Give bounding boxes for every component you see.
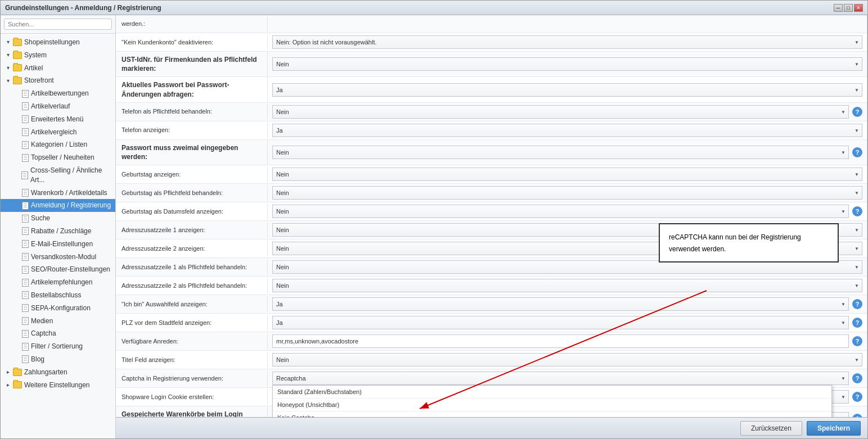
sidebar-item-anmeldung[interactable]: Anmeldung / Registrierung	[1, 199, 115, 212]
sidebar-label-artikelempfehlungen: Artikelempfehlungen	[31, 278, 92, 287]
select-captcha-registrierung[interactable]: Recaptcha	[272, 372, 849, 385]
sidebar-item-storefront[interactable]: ▾Storefront	[1, 74, 115, 87]
settings-label-warenkörbe: Gespeicherte Warenkörbe beim Login wiede…	[116, 406, 268, 417]
help-button-ich-bin[interactable]: ?	[852, 299, 862, 309]
select-wrapper-adresszusatz1-pflicht: Nein	[272, 260, 862, 274]
minimize-button[interactable]: ─	[834, 4, 843, 12]
window-title: Grundeinstellungen - Anmeldung / Registr…	[5, 4, 161, 12]
captcha-dropdown-list: Standard (Zahlen/Buchstaben)Honeypot (Un…	[272, 385, 832, 417]
sidebar-item-artikel[interactable]: ▾Artikel	[1, 62, 115, 75]
select-adresszusatz1-pflicht[interactable]: Nein	[272, 260, 862, 274]
sidebar-item-medien[interactable]: Medien	[1, 315, 115, 328]
select-passwort-zweimal[interactable]: Nein	[272, 146, 849, 159]
select-geburtstag-anzeigen[interactable]: Nein	[272, 168, 862, 181]
help-button-captcha-registrierung[interactable]: ?	[852, 373, 862, 383]
sidebar-item-erweitertes-menu[interactable]: Erweitertes Menü	[1, 113, 115, 126]
sidebar-label-shopeinstellungen: Shopeinstellungen	[24, 38, 80, 47]
search-input[interactable]	[4, 19, 112, 30]
sidebar-item-shopeinstellungen[interactable]: ▾Shopeinstellungen	[1, 36, 115, 49]
sidebar-label-medien: Medien	[31, 316, 53, 326]
select-wrapper-passwort-zweimal: Nein	[272, 146, 849, 159]
select-wrapper-plz: Ja	[272, 316, 849, 329]
sidebar-item-seo[interactable]: SEO/Router-Einstellungen	[1, 263, 115, 276]
select-wrapper-kein-kundenkonto: Nein: Option ist nicht vorausgewählt.	[272, 35, 862, 49]
sidebar-item-suche[interactable]: Suche	[1, 212, 115, 225]
sidebar-item-blog[interactable]: Blog	[1, 353, 115, 366]
settings-row-telefon-anzeigen: Telefon anzeigen:Ja	[116, 121, 867, 140]
settings-row-ich-bin: "Ich bin" Auswahlfeld anzeigen:Ja?	[116, 295, 867, 314]
select-wrapper-titel-feld: Nein	[272, 353, 862, 366]
close-button[interactable]: ✕	[854, 4, 863, 12]
sidebar-item-artikelverlauf[interactable]: Artikelverlauf	[1, 100, 115, 113]
sidebar-item-email[interactable]: E-Mail-Einstellungen	[1, 238, 115, 251]
help-button-login-cookie[interactable]: ?	[852, 392, 862, 402]
reset-button[interactable]: Zurücksetzen	[740, 421, 802, 436]
settings-label-adresszusatz2-pflicht: Adresszusatzzeile 2 als Pflichtfeld beha…	[116, 278, 268, 293]
settings-control-adresszusatz1: Nein	[268, 221, 867, 239]
dropdown-option-standard[interactable]: Standard (Zahlen/Buchstaben)	[273, 386, 831, 399]
select-adresszusatz2[interactable]: Nein	[272, 242, 862, 255]
maximize-button[interactable]: □	[844, 4, 853, 12]
settings-table: werden.:"Kein Kundenkonto" deaktivieren:…	[116, 15, 867, 417]
settings-row-geburtstag-pflichtfeld: Geburtstag als Pflichtfeld behandeln:Nei…	[116, 184, 867, 202]
select-adresszusatz2-pflicht[interactable]: Nein	[272, 279, 862, 292]
settings-control-adresszusatz1-pflicht: Nein	[268, 258, 867, 276]
sidebar-label-seo: SEO/Router-Einstellungen	[31, 265, 110, 274]
help-button-plz[interactable]: ?	[852, 318, 862, 328]
main-window: Grundeinstellungen - Anmeldung / Registr…	[0, 0, 868, 439]
sidebar-item-artikelbewertungen[interactable]: Artikelbewertungen	[1, 87, 115, 100]
dropdown-option-honeypot[interactable]: Honeypot (Unsichtbar)	[273, 399, 831, 411]
select-wrapper-geburtstag-anzeigen: Nein	[272, 168, 862, 181]
sidebar-item-bestellabschluss[interactable]: Bestellabschluss	[1, 289, 115, 302]
sidebar-label-weitere: Weitere Einstellungen	[24, 381, 90, 390]
settings-label-adresszusatz2: Adresszusatzzeile 2 anzeigen:	[116, 241, 268, 256]
settings-control-ich-bin: Ja?	[268, 295, 867, 313]
help-button-telefon-pflichtfeld[interactable]: ?	[852, 107, 862, 117]
select-geburtstag-pflichtfeld[interactable]: Nein	[272, 186, 862, 200]
sidebar-item-filter-sortierung[interactable]: Filter / Sortierung	[1, 340, 115, 353]
save-button[interactable]: Speichern	[807, 421, 861, 436]
sidebar-label-storefront: Storefront	[24, 76, 54, 85]
sidebar-item-versandkosten[interactable]: Versandkosten-Modul	[1, 251, 115, 264]
select-plz[interactable]: Ja	[272, 316, 849, 329]
sidebar-item-weitere[interactable]: ▸Weitere Einstellungen	[1, 379, 115, 392]
sidebar-item-system[interactable]: ▾System	[1, 49, 115, 62]
select-ust-idnr[interactable]: Nein	[272, 57, 862, 71]
settings-row-geburtstag-datumsfeld: Geburtstag als Datumsfeld anzeigen:Nein?	[116, 202, 867, 221]
sidebar-label-artikelverlauf: Artikelverlauf	[31, 102, 70, 111]
sidebar-item-rabatte[interactable]: Rabatte / Zuschläge	[1, 225, 115, 238]
select-kein-kundenkonto[interactable]: Nein: Option ist nicht vorausgewählt.	[272, 35, 862, 49]
footer: Zurücksetzen Speichern	[116, 417, 867, 438]
sidebar-item-artikelempfehlungen[interactable]: Artikelempfehlungen	[1, 276, 115, 289]
input-verfuegbare-anreden[interactable]	[272, 334, 849, 348]
select-telefon-pflichtfeld[interactable]: Nein	[272, 105, 849, 119]
select-titel-feld[interactable]: Nein	[272, 353, 862, 366]
sidebar-item-artikelvergleich[interactable]: Artikelvergleich	[1, 126, 115, 139]
help-button-geburtstag-datumsfeld[interactable]: ?	[852, 206, 862, 216]
sidebar-label-artikelbewertungen: Artikelbewertungen	[31, 89, 89, 98]
sidebar-item-kategorien-listen[interactable]: Kategorien / Listen	[1, 138, 115, 151]
select-telefon-anzeigen[interactable]: Ja	[272, 124, 862, 137]
help-button-verfuegbare-anreden[interactable]: ?	[852, 336, 862, 346]
sidebar-item-cross-selling[interactable]: Cross-Selling / Ähnliche Art...	[1, 164, 115, 187]
select-aktuelles-passwort[interactable]: Ja	[272, 83, 862, 97]
help-button-warenkörbe[interactable]: ?	[852, 414, 862, 417]
select-wrapper-geburtstag-pflichtfeld: Nein	[272, 186, 862, 200]
sidebar-item-sepa[interactable]: SEPA-Konfiguration	[1, 302, 115, 315]
select-ich-bin[interactable]: Ja	[272, 297, 849, 311]
settings-row-aktuelles-passwort: Aktuelles Passwort bei Passwort-Änderung…	[116, 77, 867, 102]
sidebar-item-topseller-neuheiten[interactable]: Topseller / Neuheiten	[1, 151, 115, 164]
sidebar-label-suche: Suche	[31, 214, 50, 223]
select-wrapper-ust-idnr: Nein	[272, 57, 862, 71]
sidebar-item-warenkorb[interactable]: Warenkorb / Artikeldetails	[1, 187, 115, 200]
sidebar-item-captcha[interactable]: Captcha	[1, 327, 115, 340]
help-button-passwort-zweimal[interactable]: ?	[852, 147, 862, 157]
sidebar-label-topseller-neuheiten: Topseller / Neuheiten	[31, 153, 95, 162]
settings-label-ust-idnr: UST-IdNr. für Firmenkunden als Pflichtfe…	[116, 52, 268, 76]
settings-control-aktuelles-passwort: Ja	[268, 81, 867, 99]
dropdown-option-kein[interactable]: Kein Captcha	[273, 411, 831, 417]
sidebar-item-zahlungsarten[interactable]: ▸Zahlungsarten	[1, 366, 115, 379]
select-geburtstag-datumsfeld[interactable]: Nein	[272, 205, 849, 218]
select-adresszusatz1[interactable]: Nein	[272, 223, 862, 237]
select-wrapper-telefon-pflichtfeld: Nein	[272, 105, 849, 119]
